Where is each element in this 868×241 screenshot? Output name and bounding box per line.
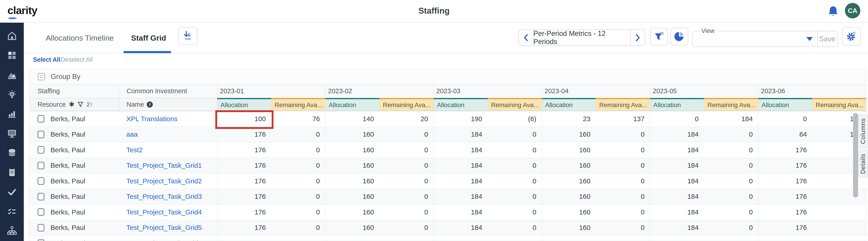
column-header-remaining-availability-2023-02[interactable]: Remaining Ava... [379, 98, 434, 111]
allocation-cell[interactable]: 176 [217, 205, 271, 220]
row-checkbox[interactable] [38, 208, 44, 216]
group-by-bar[interactable]: Group By [30, 69, 866, 84]
remaining-cell[interactable]: 0 [271, 189, 325, 205]
remaining-cell[interactable]: 0 [596, 158, 650, 173]
next-period-button[interactable] [631, 30, 645, 45]
remaining-cell[interactable]: 0 [704, 189, 758, 205]
vertical-scrollbar-thumb[interactable] [853, 113, 858, 197]
row-checkbox[interactable] [38, 177, 44, 185]
notifications-bell-icon[interactable] [828, 4, 839, 17]
tab-staff-grid[interactable]: Staff Grid [131, 23, 166, 53]
row-checkbox[interactable] [38, 162, 44, 169]
allocation-cell[interactable]: 160 [325, 189, 379, 205]
remaining-cell[interactable]: 0 [271, 127, 325, 142]
allocation-cell[interactable]: 160 [542, 127, 596, 142]
remaining-cell[interactable] [812, 236, 866, 241]
remaining-cell[interactable]: 0 [271, 205, 325, 220]
remaining-cell[interactable]: 137 [596, 111, 650, 127]
row-checkbox[interactable] [38, 131, 44, 138]
sidebar-item-grid[interactable] [6, 50, 18, 61]
sidebar-item-tasks[interactable] [6, 206, 18, 217]
allocation-cell[interactable]: 64 [758, 127, 812, 142]
row-checkbox[interactable] [38, 193, 44, 200]
remaining-cell[interactable]: 0 [271, 236, 325, 241]
remaining-cell[interactable]: 0 [379, 158, 434, 173]
remaining-cell[interactable]: 0 [596, 189, 650, 205]
column-filter-icon[interactable] [78, 102, 83, 107]
remaining-cell[interactable]: 0 [596, 205, 650, 220]
sidebar-item-approvals[interactable] [6, 187, 18, 197]
remaining-cell[interactable]: 0 [379, 127, 434, 142]
remaining-cell[interactable]: 0 [596, 173, 650, 189]
column-header-allocation-2023-06[interactable]: Allocation [758, 98, 812, 111]
remaining-cell[interactable]: 0 [596, 142, 650, 158]
investment-link[interactable]: Test_Project_Task_Grid6 [126, 239, 202, 241]
remaining-cell[interactable]: 0 [596, 220, 650, 236]
remaining-cell[interactable]: 0 [596, 127, 650, 142]
remaining-cell[interactable]: 0 [488, 205, 542, 220]
remaining-cell[interactable]: 0 [379, 173, 434, 189]
remaining-cell[interactable]: 0 [488, 236, 542, 241]
column-header-allocation-2023-04[interactable]: Allocation [542, 98, 596, 111]
column-header-name[interactable]: Name i [120, 98, 217, 111]
allocation-cell[interactable]: 184 [650, 189, 704, 205]
tab-allocations-timeline[interactable]: Allocations Timeline [46, 23, 114, 53]
remaining-cell[interactable] [812, 220, 866, 236]
allocation-cell[interactable]: 184 [650, 142, 704, 158]
remaining-cell[interactable]: 20 [379, 111, 434, 127]
row-checkbox[interactable] [38, 224, 44, 232]
allocation-cell[interactable]: 184 [434, 205, 488, 220]
allocation-cell[interactable]: 184 [650, 220, 704, 236]
allocation-cell[interactable]: 23 [542, 111, 596, 127]
column-header-remaining-availability-2023-03[interactable]: Remaining Ava... [488, 98, 542, 111]
allocation-cell[interactable]: 160 [542, 220, 596, 236]
side-panel-tab-columns[interactable]: Columns [858, 114, 868, 149]
clarity-logo[interactable]: clarity [7, 4, 37, 17]
allocation-cell[interactable]: 184 [434, 189, 488, 205]
settings-button[interactable] [842, 27, 861, 45]
column-header-remaining-availability-2023-04[interactable]: Remaining Ava... [596, 98, 650, 111]
remaining-cell[interactable]: 0 [488, 220, 542, 236]
investment-link[interactable]: aaa [126, 131, 138, 138]
sort-order-indicator[interactable]: 2↑ [87, 101, 93, 108]
visualization-pie-button[interactable] [671, 28, 688, 45]
investment-link[interactable]: XPL Translations [126, 115, 178, 123]
column-header-allocation-2023-02[interactable]: Allocation [325, 98, 379, 111]
allocation-cell[interactable]: 160 [325, 127, 379, 142]
allocation-cell[interactable]: 176 [217, 173, 271, 189]
row-checkbox[interactable] [38, 146, 44, 154]
save-view-button[interactable]: Save [818, 31, 837, 46]
allocation-cell[interactable]: 184 [650, 127, 704, 142]
allocation-cell[interactable]: 160 [325, 142, 379, 158]
allocation-cell[interactable]: 190 [434, 111, 488, 127]
allocation-cell[interactable]: 140 [325, 111, 379, 127]
user-avatar[interactable]: CA [845, 3, 860, 18]
allocation-cell[interactable]: 184 [650, 236, 704, 241]
allocation-cell[interactable]: 160 [325, 173, 379, 189]
remaining-cell[interactable]: 0 [379, 236, 434, 241]
column-header-allocation-2023-05[interactable]: Allocation [650, 98, 704, 111]
allocation-cell[interactable]: 176 [217, 220, 271, 236]
remaining-cell[interactable]: 0 [704, 236, 758, 241]
remaining-cell[interactable]: 0 [488, 127, 542, 142]
remaining-cell[interactable]: 0 [271, 142, 325, 158]
column-header-remaining-availability-2023-01[interactable]: Remaining Ava... [271, 98, 325, 111]
allocation-cell[interactable]: 160 [542, 189, 596, 205]
remaining-cell[interactable] [812, 189, 866, 205]
row-checkbox[interactable] [38, 239, 44, 241]
allocation-cell[interactable]: 160 [325, 220, 379, 236]
remaining-cell[interactable]: 0 [488, 189, 542, 205]
allocation-cell[interactable]: 176 [758, 189, 812, 205]
side-panel-tab-details[interactable]: Details [858, 150, 868, 178]
remaining-cell[interactable]: 0 [704, 127, 758, 142]
allocation-cell[interactable]: 184 [434, 236, 488, 241]
remaining-cell[interactable]: 0 [704, 173, 758, 189]
allocation-cell[interactable]: 184 [434, 127, 488, 142]
remaining-cell[interactable]: 0 [704, 142, 758, 158]
allocation-cell[interactable]: 176 [217, 158, 271, 173]
sidebar-item-hierarchy[interactable] [6, 225, 18, 237]
allocation-cell[interactable]: 184 [434, 158, 488, 173]
dropdown-caret-icon[interactable] [806, 37, 813, 41]
allocation-cell[interactable]: 176 [758, 158, 812, 173]
remaining-cell[interactable]: 0 [379, 142, 434, 158]
